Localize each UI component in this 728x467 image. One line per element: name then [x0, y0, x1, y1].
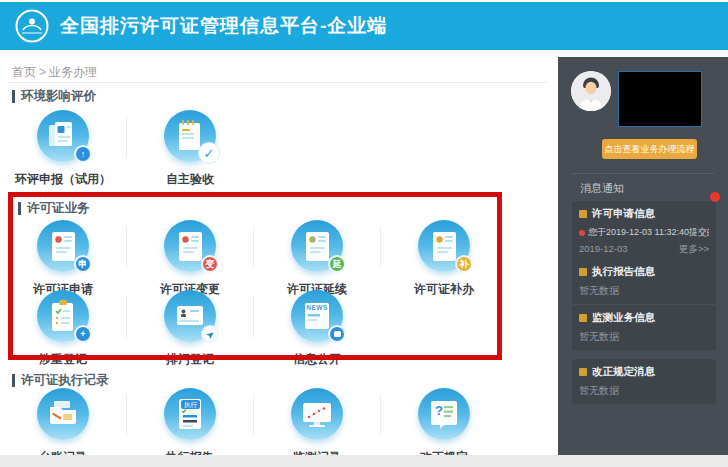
notice-footer: 2019-12-03 更多>> — [579, 243, 709, 256]
notice-date: 2019-12-03 — [579, 243, 628, 256]
breadcrumb: 首页>业务办理 — [12, 64, 97, 81]
notice-title: 消息通知 — [580, 181, 624, 196]
photo-badge-icon — [328, 325, 346, 343]
user-avatar — [571, 71, 611, 111]
section-title-bar — [18, 202, 21, 215]
more-link[interactable]: 更多>> — [679, 243, 709, 256]
breadcrumb-current: 业务办理 — [49, 65, 97, 79]
heavy-metal-reg-icon: + — [37, 290, 89, 342]
empty-text: 暂无数据 — [579, 284, 709, 298]
notice-card-title: 改正规定消息 — [579, 365, 709, 379]
notification-dot — [710, 192, 720, 202]
info-disclosure-icon: NEWS — [291, 290, 343, 342]
notice-card-title: 许可申请信息 — [579, 207, 709, 221]
plus-badge-icon: + — [74, 325, 92, 343]
hand-pointer-badge-icon: ➤ — [201, 325, 219, 343]
permit-apply-icon: 申 — [37, 220, 89, 272]
tile-permit-change[interactable]: 变 许可证变更 — [127, 220, 253, 298]
tile-permit-apply[interactable]: 申 许可证申请 — [0, 220, 126, 298]
yellow-square-icon — [579, 268, 587, 276]
renew-badge-icon: 延 — [328, 255, 346, 273]
main-content: 首页>业务办理 环境影响评价 ↑ 环评申报（试用） — [0, 50, 558, 455]
tile-self-acceptance[interactable]: ✓ 自主验收 — [127, 110, 253, 188]
execution-report-icon: 执行 — [164, 388, 216, 440]
tile-pollution-reg[interactable]: ➤ 排污登记 — [127, 290, 253, 368]
breadcrumb-separator: > — [39, 65, 46, 79]
news-label: NEWS — [291, 304, 343, 311]
page-footer-strip — [0, 455, 728, 467]
page-title: 全国排污许可证管理信息平台-企业端 — [60, 13, 387, 39]
breadcrumb-home[interactable]: 首页 — [12, 65, 36, 79]
apply-badge-icon: 申 — [74, 255, 92, 273]
notice-card-permit-apply[interactable]: 许可申请信息 您于2019-12-03 11:32:40提交的申.. 2019-… — [572, 201, 716, 262]
section-title-bar — [12, 374, 15, 387]
app-header: 全国排污许可证管理信息平台-企业端 — [0, 2, 728, 50]
tile-label: 许可证补办 — [414, 281, 474, 298]
self-acceptance-icon: ✓ — [164, 110, 216, 162]
row-permit-2: + 涉重登记 ➤ 排污登记 — [0, 290, 380, 368]
section-title-text: 许可证执行记录 — [21, 372, 109, 389]
env-declare-icon: ↑ — [37, 110, 89, 162]
section-title-bar — [12, 90, 15, 103]
yellow-square-icon — [579, 368, 587, 376]
reissue-badge-icon: 补 — [455, 255, 473, 273]
section-title-text: 许可证业务 — [27, 200, 90, 217]
tile-label: 信息公开 — [293, 351, 341, 368]
tile-label: 涉重登记 — [39, 351, 87, 368]
tile-label: 排污登记 — [166, 351, 214, 368]
correction-rules-icon: ? — [418, 388, 470, 440]
red-dot-icon — [579, 230, 585, 236]
notice-card-correction[interactable]: 改正规定消息 暂无数据 — [572, 359, 716, 404]
yellow-square-icon — [579, 210, 587, 218]
section-title-text: 环境影响评价 — [21, 88, 96, 105]
notice-message[interactable]: 您于2019-12-03 11:32:40提交的申.. — [579, 226, 709, 239]
section-title-records: 许可证执行记录 — [12, 372, 109, 389]
section-title-env: 环境影响评价 — [12, 88, 96, 105]
permit-renew-icon: 延 — [291, 220, 343, 272]
notice-card-exec-report[interactable]: 执行报告信息 暂无数据 — [572, 259, 716, 304]
notice-card-title: 执行报告信息 — [579, 265, 709, 279]
view-process-button[interactable]: 点击查看业务办理流程 — [602, 139, 697, 159]
empty-text: 暂无数据 — [579, 384, 709, 398]
row-permit-1: 申 许可证申请 变 许可证变更 — [0, 220, 507, 298]
tile-permit-reissue[interactable]: 补 许可证补办 — [381, 220, 507, 298]
check-badge-icon: ✓ — [198, 142, 220, 164]
notice-card-title: 监测业务信息 — [579, 311, 709, 325]
tile-permit-renew[interactable]: 延 许可证延续 — [254, 220, 380, 298]
tile-heavy-metal-reg[interactable]: + 涉重登记 — [0, 290, 126, 368]
execution-tag-label: 执行 — [181, 400, 200, 409]
section-title-permit: 许可证业务 — [18, 200, 90, 217]
change-badge-icon: 变 — [201, 255, 219, 273]
empty-text: 暂无数据 — [579, 330, 709, 344]
ledger-records-icon — [37, 388, 89, 440]
tile-label: 自主验收 — [166, 171, 214, 188]
permit-change-icon: 变 — [164, 220, 216, 272]
sidebar-divider — [572, 173, 714, 174]
question-mark-label: ? — [435, 403, 443, 418]
tile-label: 环评申报（试用） — [15, 171, 111, 188]
tile-env-declare[interactable]: ↑ 环评申报（试用） — [0, 110, 126, 188]
breadcrumb-divider — [8, 82, 548, 83]
platform-logo-icon — [14, 8, 50, 44]
row-env: ↑ 环评申报（试用） ✓ 自主验收 — [0, 110, 253, 188]
pollution-reg-icon: ➤ — [164, 290, 216, 342]
tile-info-disclosure[interactable]: NEWS 信息公开 — [254, 290, 380, 368]
yellow-square-icon — [579, 314, 587, 322]
permit-reissue-icon: 补 — [418, 220, 470, 272]
monitoring-records-icon — [291, 388, 343, 440]
upload-arrow-badge-icon: ↑ — [74, 145, 92, 163]
notice-card-monitoring[interactable]: 监测业务信息 暂无数据 — [572, 305, 716, 350]
sidebar: 点击查看业务办理流程 消息通知 许可申请信息 您于2019-12-03 11:3… — [558, 57, 728, 455]
redacted-account-info — [618, 71, 702, 127]
